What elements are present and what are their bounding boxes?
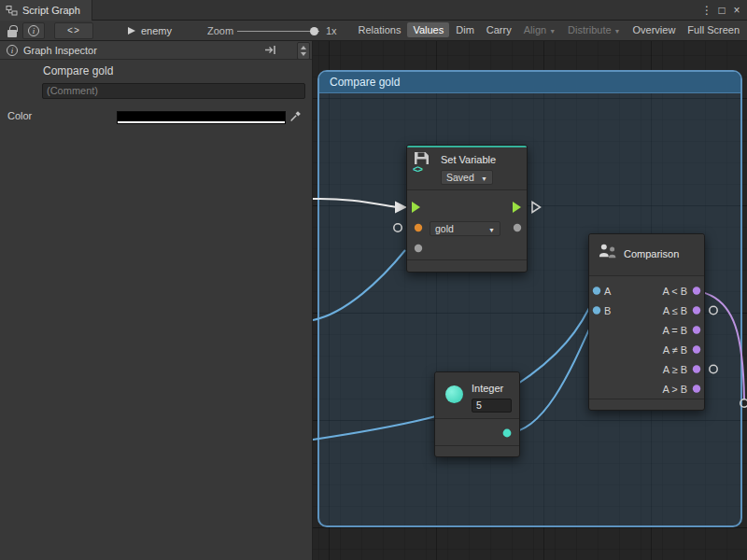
output-label-a-gt-b: A > B <box>662 380 687 399</box>
graph-title: Compare gold <box>43 64 113 77</box>
distribute-dropdown[interactable]: Distribute ▼ <box>562 22 626 37</box>
menu-icon[interactable]: ⋮ <box>699 4 714 17</box>
zoom-slider-track[interactable] <box>237 31 319 33</box>
variable-kind-value: Saved <box>446 172 474 183</box>
group-title: Compare gold <box>319 72 400 89</box>
set-variable-header[interactable]: <> Set Variable Saved ▼ <box>407 146 527 190</box>
comparison-title: Comparison <box>624 248 679 259</box>
integer-footer <box>435 445 519 456</box>
values-button[interactable]: Values <box>407 22 449 37</box>
dock-icon[interactable] <box>264 45 276 55</box>
caret-down-icon: ▼ <box>488 227 495 233</box>
dim-button[interactable]: Dim <box>450 22 480 37</box>
info-icon: i <box>28 25 39 36</box>
caret-down-icon: ▼ <box>549 28 556 35</box>
maximize-icon[interactable]: □ <box>714 4 729 17</box>
variable-accent-bar <box>407 146 527 147</box>
output-label-a-lte-b: A ≤ B <box>663 301 687 321</box>
toolbar-buttons: Relations Values Dim Carry Align ▼ Distr… <box>353 22 745 37</box>
relations-button[interactable]: Relations <box>353 22 407 37</box>
node-set-variable[interactable]: <> Set Variable Saved ▼ gold ▼ <box>406 145 528 273</box>
scroll-up-icon[interactable] <box>301 46 306 49</box>
comparison-icon <box>598 243 618 259</box>
zoom-value: 1x <box>326 25 337 36</box>
save-variable-icon <box>414 151 430 165</box>
integer-title: Integer <box>472 383 503 394</box>
input-label-b: B <box>604 301 611 321</box>
tab-script-graph[interactable]: Script Graph <box>0 0 92 21</box>
caret-down-icon: ▼ <box>614 28 621 35</box>
lock-icon[interactable] <box>7 30 17 37</box>
set-variable-footer <box>407 259 527 272</box>
info-icon: i <box>7 45 18 56</box>
output-label-a-lt-b: A < B <box>662 282 687 301</box>
zoom-slider[interactable] <box>237 26 319 35</box>
integer-value-field[interactable]: 5 <box>472 399 512 413</box>
output-label-a-neq-b: A ≠ B <box>663 341 687 360</box>
inspector-header: i Graph Inspector <box>0 41 312 60</box>
comment-input[interactable]: (Comment) <box>42 83 305 99</box>
align-label: Align <box>524 24 546 35</box>
close-icon[interactable]: × <box>729 4 744 17</box>
code-icon: <> <box>67 26 80 36</box>
integer-header[interactable]: Integer 5 <box>435 372 519 419</box>
code-view-button[interactable]: <> <box>54 22 93 39</box>
carry-button[interactable]: Carry <box>481 22 517 37</box>
graph-canvas[interactable]: Compare gold <> Set Variable <box>313 41 747 560</box>
distribute-label: Distribute <box>568 24 611 35</box>
zoom-slider-thumb[interactable] <box>310 27 318 35</box>
variable-name-value: gold <box>435 223 454 234</box>
output-label-a-eq-b: A = B <box>662 321 687 341</box>
window-controls: ⋮ □ × <box>699 0 744 21</box>
input-label-a: A <box>604 282 611 301</box>
graph-toolbar: i <> enemy Zoom 1x Relations Values Dim … <box>0 21 747 41</box>
comparison-footer <box>589 399 704 410</box>
graph-asset-icon <box>127 26 136 35</box>
inspect-toggle-button[interactable]: i <box>22 22 45 39</box>
integer-icon <box>445 385 463 403</box>
zoom-label: Zoom <box>207 25 233 36</box>
full-screen-button[interactable]: Full Screen <box>682 22 745 37</box>
script-graph-icon <box>6 5 18 16</box>
alpha-bar <box>118 121 285 124</box>
output-label-a-gte-b: A ≥ B <box>663 360 687 380</box>
comparison-header[interactable]: Comparison <box>589 234 704 276</box>
inspector-title: Graph Inspector <box>23 45 97 56</box>
scroll-down-icon[interactable] <box>301 52 306 56</box>
overview-button[interactable]: Overview <box>627 22 682 37</box>
color-label: Color <box>7 110 32 121</box>
group-header[interactable]: Compare gold <box>319 72 740 93</box>
inspector-scroll-spinner[interactable] <box>297 42 310 60</box>
align-dropdown[interactable]: Align ▼ <box>518 22 561 37</box>
unity-script-graph-window: Script Graph ⋮ □ × i <> enemy Zoom 1x <box>0 0 747 560</box>
graph-breadcrumb-enemy[interactable]: enemy <box>127 21 172 41</box>
title-bar: Script Graph ⋮ □ × <box>0 0 747 21</box>
graph-inspector-panel: i Graph Inspector Compare gold (Comment)… <box>0 41 313 560</box>
node-integer[interactable]: Integer 5 <box>434 371 520 457</box>
variable-kind-dropdown[interactable]: Saved ▼ <box>441 170 493 185</box>
caret-down-icon: ▼ <box>481 175 487 182</box>
set-variable-title: Set Variable <box>441 154 496 165</box>
variable-code-icon: <> <box>413 165 422 175</box>
color-field[interactable] <box>117 111 286 124</box>
variable-name-dropdown[interactable]: gold ▼ <box>430 221 500 236</box>
breadcrumb-label: enemy <box>141 25 172 36</box>
eyedropper-icon[interactable] <box>289 109 303 122</box>
tab-title: Script Graph <box>22 5 80 16</box>
node-comparison[interactable]: Comparison A B A < B A ≤ B A = B A ≠ B A… <box>588 233 705 411</box>
